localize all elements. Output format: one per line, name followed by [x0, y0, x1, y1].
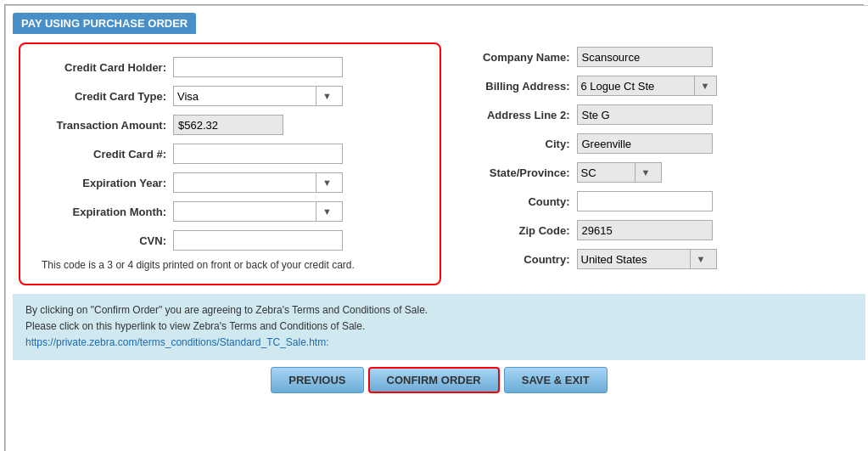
zip-code-row: Zip Code:	[467, 220, 852, 240]
billing-address-select-wrapper: 6 Logue Ct Ste ▼	[577, 76, 717, 96]
zip-code-label: Zip Code:	[467, 224, 577, 237]
city-label: City:	[467, 138, 577, 150]
save-exit-button[interactable]: SAVE & EXIT	[504, 367, 608, 393]
country-row: Country: United States Canada Mexico ▼	[467, 249, 852, 269]
expiration-year-label: Expiration Year:	[37, 177, 173, 189]
expiration-year-row: Expiration Year: 2024 2025 2026 2027 202…	[37, 172, 423, 193]
billing-address-select[interactable]: 6 Logue Ct Ste	[578, 76, 692, 95]
credit-card-number-input[interactable]	[173, 144, 343, 164]
credit-card-panel: Credit Card Holder: Credit Card Type: Vi…	[19, 42, 441, 285]
company-name-row: Company Name:	[467, 47, 852, 67]
expiration-month-row: Expiration Month: 01020304 05060708 0910…	[37, 201, 423, 222]
credit-card-number-row: Credit Card #:	[37, 144, 423, 164]
cvn-input[interactable]	[173, 230, 343, 251]
select-divider-6	[690, 250, 691, 268]
state-province-row: State/Province: SC NC GA ▼	[467, 162, 852, 183]
credit-card-holder-label: Credit Card Holder:	[37, 61, 173, 74]
city-input	[577, 133, 713, 154]
previous-button[interactable]: PREVIOUS	[271, 367, 363, 393]
county-label: County:	[467, 195, 577, 208]
select-divider-4	[694, 76, 695, 95]
chevron-down-icon-3[interactable]: ▼	[318, 206, 336, 217]
chevron-down-icon-6[interactable]: ▼	[692, 254, 710, 264]
credit-card-holder-row: Credit Card Holder:	[37, 57, 423, 77]
country-select-wrapper: United States Canada Mexico ▼	[577, 249, 717, 269]
billing-address-row: Billing Address: 6 Logue Ct Ste ▼	[467, 76, 852, 96]
billing-info-panel: Company Name: Billing Address: 6 Logue C…	[458, 42, 860, 285]
country-label: Country:	[467, 253, 577, 266]
credit-card-holder-input[interactable]	[173, 57, 343, 77]
select-divider-3	[316, 202, 316, 221]
confirm-order-button[interactable]: CONFIRM ORDER	[368, 367, 500, 393]
expiration-year-select-wrapper: 2024 2025 2026 2027 2028 ▼	[173, 172, 343, 193]
select-divider-2	[316, 173, 316, 192]
select-divider	[316, 87, 316, 105]
chevron-down-icon-5[interactable]: ▼	[637, 167, 655, 178]
transaction-amount-row: Transaction Amount:	[37, 115, 423, 135]
expiration-month-select[interactable]: 01020304 05060708 09101112	[174, 202, 314, 221]
terms-section: By clicking on "Confirm Order" you are a…	[13, 294, 865, 360]
cvn-label: CVN:	[37, 234, 173, 247]
county-input[interactable]	[577, 191, 713, 211]
county-row: County:	[467, 191, 852, 211]
terms-line1: By clicking on "Confirm Order" you are a…	[25, 302, 853, 319]
state-province-label: State/Province:	[467, 166, 577, 179]
state-province-select[interactable]: SC NC GA	[578, 163, 633, 182]
address-line2-input	[577, 104, 713, 125]
chevron-down-icon-4[interactable]: ▼	[697, 81, 714, 91]
transaction-amount-label: Transaction Amount:	[37, 119, 173, 132]
billing-address-label: Billing Address:	[467, 80, 577, 93]
country-select[interactable]: United States Canada Mexico	[578, 250, 688, 268]
cvn-row: CVN:	[37, 230, 423, 251]
transaction-amount-input	[173, 115, 283, 135]
credit-card-type-label: Credit Card Type:	[37, 90, 173, 103]
terms-link[interactable]: https://private.zebra.com/terms_conditio…	[25, 336, 329, 348]
company-name-input	[577, 47, 713, 67]
footer-buttons: PREVIOUS CONFIRM ORDER SAVE & EXIT	[6, 360, 868, 402]
state-province-select-wrapper: SC NC GA ▼	[577, 162, 662, 183]
credit-card-type-row: Credit Card Type: Visa MasterCard Amex D…	[37, 86, 423, 106]
expiration-month-label: Expiration Month:	[37, 206, 173, 218]
select-divider-5	[635, 163, 636, 182]
credit-card-type-select[interactable]: Visa MasterCard Amex Discover	[174, 87, 314, 105]
city-row: City:	[467, 133, 852, 154]
company-name-label: Company Name:	[467, 51, 577, 64]
page-title: PAY USING PURCHASE ORDER	[13, 13, 196, 34]
terms-line2: Please click on this hyperlink to view Z…	[25, 319, 853, 335]
expiration-year-select[interactable]: 2024 2025 2026 2027 2028	[174, 173, 314, 192]
address-line2-row: Address Line 2:	[467, 104, 852, 125]
header-bar: PAY USING PURCHASE ORDER	[6, 6, 868, 34]
credit-card-number-label: Credit Card #:	[37, 148, 173, 161]
chevron-down-icon-2[interactable]: ▼	[318, 178, 336, 188]
address-line2-label: Address Line 2:	[467, 109, 577, 121]
cvn-note: This code is a 3 or 4 digits printed on …	[37, 259, 423, 271]
zip-code-input	[577, 220, 713, 240]
chevron-down-icon[interactable]: ▼	[318, 91, 336, 101]
expiration-month-select-wrapper: 01020304 05060708 09101112 ▼	[173, 201, 343, 222]
credit-card-type-select-wrapper: Visa MasterCard Amex Discover ▼	[173, 86, 343, 106]
